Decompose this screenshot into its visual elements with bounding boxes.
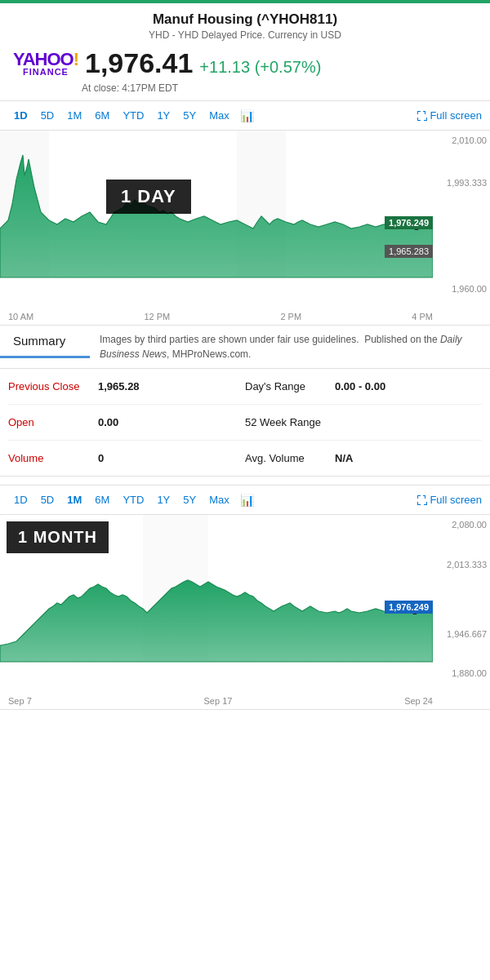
btn2-1y[interactable]: 1Y <box>151 490 176 509</box>
stat-days-range: Day's Range 0.00 - 0.00 <box>245 380 482 392</box>
stats-row-2: Open 0.00 52 Week Range <box>8 405 482 441</box>
stat-volume: Volume 0 <box>8 452 245 464</box>
fullscreen-icon <box>417 111 427 121</box>
x-label-2pm: 2 PM <box>280 312 301 321</box>
price-tag-prev: 1,965.283 <box>385 245 433 258</box>
fullscreen2-icon <box>417 495 427 505</box>
btn2-6m[interactable]: 6M <box>89 490 115 509</box>
price-tag2-blue: 1,976.249 <box>385 601 433 614</box>
stat-open: Open 0.00 <box>8 416 245 428</box>
chart1-controls: 1D 5D 1M 6M YTD 1Y 5Y Max 📊 Full screen <box>0 101 490 131</box>
summary-tab[interactable]: Summary <box>0 326 90 358</box>
x2-label-sep7: Sep 7 <box>8 696 32 706</box>
price-tag-current: 1,976.249 <box>385 216 433 229</box>
chart1-day-label: 1 DAY <box>106 180 191 214</box>
fullscreen2-button[interactable]: Full screen <box>417 494 482 506</box>
stat-days-range-value: 0.00 - 0.00 <box>335 380 385 392</box>
chart2-svg-area: 1 MONTH 1,97 <box>0 515 433 694</box>
btn2-5d[interactable]: 5D <box>35 490 60 509</box>
stat-prev-close: Previous Close 1,965.28 <box>8 380 245 392</box>
chart1-x-axis: 10 AM 12 PM 2 PM 4 PM <box>0 310 490 325</box>
header-section: Manuf Housing (^YHOH811) YHD - YHD Delay… <box>0 3 490 101</box>
btn-max[interactable]: Max <box>203 106 235 125</box>
stat-open-value: 0.00 <box>98 416 118 428</box>
summary-tab-row: Summary Images by third parties are show… <box>0 326 490 369</box>
btn-1d[interactable]: 1D <box>8 106 33 125</box>
summary-notice: Images by third parties are shown under … <box>90 326 490 368</box>
logo-price-row: YAHOO! FINANCE 1,976.41 +11.13 (+0.57%) <box>13 47 477 79</box>
stats-row-1: Previous Close 1,965.28 Day's Range 0.00… <box>8 369 482 405</box>
chart1-svg-area: 1 DAY 1,976.249 <box>0 131 433 310</box>
finance-text: FINANCE <box>23 67 69 77</box>
stat-volume-label: Volume <box>8 452 98 464</box>
chart2-area: 1 MONTH 1,97 <box>0 515 490 694</box>
ticker-name: Manuf Housing (^YHOH811) <box>13 11 477 28</box>
price-tag-green-value: 1,976.249 <box>389 218 429 228</box>
btn-5y[interactable]: 5Y <box>177 106 202 125</box>
chart2-section: 1D 5D 1M 6M YTD 1Y 5Y Max 📊 Full screen … <box>0 485 490 710</box>
price-block: 1,976.41 +11.13 (+0.57%) <box>85 47 321 79</box>
btn2-1d[interactable]: 1D <box>8 490 33 509</box>
chart1-container: 1 DAY 1,976.249 <box>0 131 490 326</box>
chart1-y-axis: 2,010.00 1,993.333 1,960.00 <box>433 131 490 310</box>
chart2-type-icon[interactable]: 📊 <box>240 494 254 507</box>
stat-52week: 52 Week Range <box>245 416 482 428</box>
y2-label-1: 2,080.00 <box>434 520 487 530</box>
yahoo-text: YAHOO! <box>13 51 78 69</box>
chart1-area: 1 DAY 1,976.249 <box>0 131 490 310</box>
stat-prev-close-value: 1,965.28 <box>98 380 140 392</box>
main-price: 1,976.41 <box>85 47 193 79</box>
btn2-max[interactable]: Max <box>203 490 235 509</box>
btn-5d[interactable]: 5D <box>35 106 60 125</box>
summary-section: Summary Images by third parties are show… <box>0 326 490 477</box>
stat-avg-volume: Avg. Volume N/A <box>245 452 482 464</box>
ticker-sub: YHD - YHD Delayed Price. Currency in USD <box>13 29 477 41</box>
chart2-container: 1 MONTH 1,97 <box>0 515 490 710</box>
btn-1m[interactable]: 1M <box>61 106 87 125</box>
chart2-controls: 1D 5D 1M 6M YTD 1Y 5Y Max 📊 Full screen <box>0 486 490 515</box>
x-label-12pm: 12 PM <box>144 312 170 321</box>
yahoo-logo: YAHOO! FINANCE <box>13 51 78 77</box>
stat-52week-label: 52 Week Range <box>245 416 335 428</box>
stat-prev-close-label: Previous Close <box>8 380 98 392</box>
price-tag2-blue-value: 1,976.249 <box>389 602 429 612</box>
btn2-ytd[interactable]: YTD <box>117 490 149 509</box>
price-change: +11.13 (+0.57%) <box>199 58 321 77</box>
chart2-x-axis: Sep 7 Sep 17 Sep 24 <box>0 694 490 709</box>
yahoo-exclaim: ! <box>74 49 78 69</box>
chart-type-icon[interactable]: 📊 <box>240 109 254 122</box>
stat-avg-volume-label: Avg. Volume <box>245 452 335 464</box>
y-label-2: 1,993.333 <box>434 178 487 188</box>
btn2-1m[interactable]: 1M <box>61 490 87 509</box>
fullscreen-label: Full screen <box>430 109 482 122</box>
stat-open-label: Open <box>8 416 98 428</box>
fullscreen-button[interactable]: Full screen <box>417 109 482 122</box>
y2-label-2: 2,013.333 <box>434 560 487 570</box>
stat-days-range-label: Day's Range <box>245 380 335 392</box>
y2-label-4: 1,946.667 <box>434 629 487 639</box>
btn-1y[interactable]: 1Y <box>151 106 176 125</box>
x-label-10am: 10 AM <box>8 312 33 321</box>
stat-avg-volume-value: N/A <box>335 452 353 464</box>
stats-row-3: Volume 0 Avg. Volume N/A <box>8 441 482 476</box>
x-label-4pm: 4 PM <box>412 312 433 321</box>
btn2-5y[interactable]: 5Y <box>177 490 202 509</box>
stats-grid: Previous Close 1,965.28 Day's Range 0.00… <box>0 369 490 476</box>
price-tag-gray-value: 1,965.283 <box>389 246 429 256</box>
chart1-svg <box>0 131 433 294</box>
btn-ytd[interactable]: YTD <box>117 106 149 125</box>
y-label-5: 1,960.00 <box>434 284 487 294</box>
chart2-month-label: 1 MONTH <box>7 521 109 553</box>
fullscreen2-label: Full screen <box>430 494 482 506</box>
chart2-y-axis: 2,080.00 2,013.333 1,946.667 1,880.00 <box>433 515 490 694</box>
x2-label-sep17: Sep 17 <box>204 696 233 706</box>
btn-6m[interactable]: 6M <box>89 106 115 125</box>
close-time: At close: 4:17PM EDT <box>13 82 477 94</box>
y-label-1: 2,010.00 <box>434 135 487 145</box>
x2-label-sep24: Sep 24 <box>404 696 433 706</box>
stat-volume-value: 0 <box>98 452 104 464</box>
y2-label-5: 1,880.00 <box>434 668 487 678</box>
